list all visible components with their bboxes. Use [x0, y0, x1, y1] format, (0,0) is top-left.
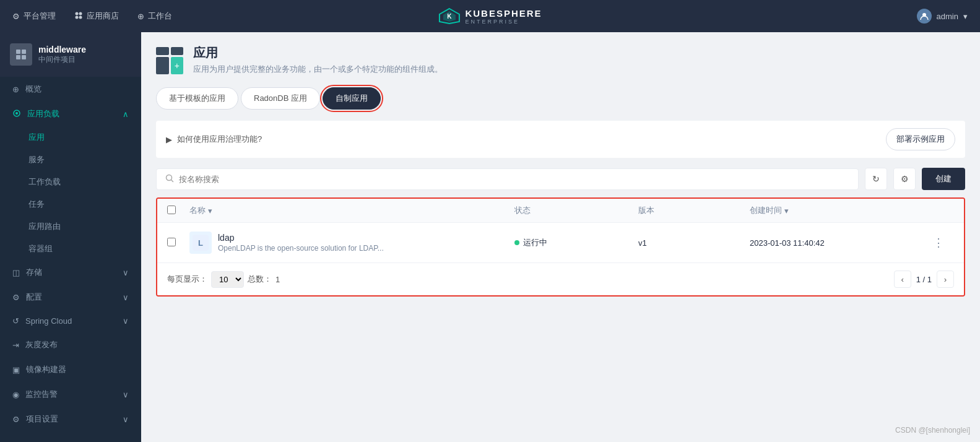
projectsettings-icon: ⚙: [12, 415, 20, 424]
page-size-select[interactable]: 10 20 50: [211, 271, 244, 288]
sort-time-icon[interactable]: ▾: [784, 206, 789, 215]
monitoring-icon: ◉: [12, 390, 19, 399]
col-status-header: 状态: [514, 205, 638, 216]
col-status-cell: 运行中: [514, 237, 638, 248]
appworkload-icon: [12, 109, 21, 119]
page-title: 应用: [193, 45, 443, 61]
refresh-icon: ↻: [872, 174, 880, 184]
hint-text: 如何使用应用治理功能?: [177, 134, 262, 145]
svg-text:K: K: [447, 13, 452, 20]
top-nav: ⚙ 平台管理 应用商店 ⊕ 工作台 K KUBESPH: [0, 0, 980, 32]
sidebar-item-springcloud[interactable]: ↺ Spring Cloud ∨: [0, 310, 141, 332]
chevron-right-icon: ∨: [123, 268, 129, 277]
gear-icon: ⚙: [12, 12, 20, 21]
logo: K KUBESPHERE ENTERPRISE: [438, 7, 542, 25]
svg-rect-8: [16, 50, 20, 54]
page-subtitle: 应用为用户提供完整的业务功能，由一个或多个特定功能的组件组成。: [193, 64, 443, 75]
sidebar-sub-approutes[interactable]: 应用路由: [0, 215, 141, 238]
tab-radondb[interactable]: RadonDB 应用: [241, 87, 320, 110]
sidebar-item-imagebuilder[interactable]: ▣ 镜像构建器: [0, 357, 141, 382]
tabs-bar: 基于模板的应用 RadonDB 应用 自制应用: [156, 87, 965, 110]
chevron-down-icon: ▾: [963, 12, 968, 21]
page-header-icon: +: [156, 47, 183, 74]
data-table: 名称 ▾ 状态 版本 创建时间 ▾: [156, 197, 965, 297]
hint-bar: ▶ 如何使用应用治理功能? 部署示例应用: [156, 121, 965, 158]
appstore-icon: [74, 11, 83, 22]
chevron-right-icon-4: ∨: [123, 390, 129, 399]
toolbar: ↻ ⚙ 创建: [156, 168, 965, 190]
app-icon: L: [189, 232, 212, 254]
sidebar-item-overview[interactable]: ⊕ 概览: [0, 77, 141, 102]
imagebuilder-icon: ▣: [12, 365, 20, 375]
table-row: L ldap OpenLDAP is the open-source solut…: [157, 223, 964, 263]
page-size: 每页显示： 10 20 50 总数： 1: [167, 271, 280, 288]
deploy-example-button[interactable]: 部署示例应用: [886, 128, 955, 150]
nav-appstore[interactable]: 应用商店: [74, 11, 119, 22]
project-icon: [10, 43, 32, 66]
svg-point-13: [15, 112, 18, 115]
settings-button[interactable]: ⚙: [893, 168, 916, 190]
nav-platform[interactable]: ⚙ 平台管理: [12, 11, 56, 22]
search-box: [156, 168, 859, 190]
col-createtime-cell: 2023-01-03 11:40:42: [750, 238, 923, 248]
total-count: 1: [275, 275, 280, 284]
prev-page-button[interactable]: ‹: [894, 271, 911, 288]
chevron-right-icon-2: ∨: [123, 293, 129, 302]
page-info: 1 / 1: [916, 275, 932, 284]
tab-custom[interactable]: 自制应用: [323, 87, 381, 110]
project-info: middleware 中间件项目: [38, 45, 86, 65]
config-icon: ⚙: [12, 293, 20, 302]
tab-template[interactable]: 基于模板的应用: [156, 87, 238, 110]
search-input[interactable]: [179, 175, 849, 184]
sidebar-sub-services[interactable]: 服务: [0, 149, 141, 171]
app-info: ldap OpenLDAP is the open-source solutio…: [218, 233, 384, 253]
watermark: CSDN @[shenhonglei]: [895, 426, 970, 435]
col-name-cell: L ldap OpenLDAP is the open-source solut…: [189, 232, 514, 254]
sidebar-group-header-appworkload[interactable]: 应用负载 ∧: [0, 102, 141, 126]
page-nav: ‹ 1 / 1 ›: [894, 271, 954, 288]
nav-workbench[interactable]: ⊕ 工作台: [137, 11, 172, 22]
refresh-button[interactable]: ↻: [865, 168, 887, 190]
layout: middleware 中间件项目 ⊕ 概览 应用负载 ∧ 应用 服务 工作负载 …: [0, 32, 980, 442]
create-button[interactable]: 创建: [922, 168, 965, 190]
graydeploy-icon: ⇥: [12, 340, 19, 350]
sidebar-item-storage[interactable]: ◫ 存储 ∨: [0, 260, 141, 285]
col-check: [167, 206, 189, 216]
svg-point-2: [76, 15, 79, 19]
sidebar-item-graydeploy[interactable]: ⇥ 灰度发布: [0, 332, 141, 357]
svg-rect-11: [22, 55, 26, 59]
select-all-checkbox[interactable]: [167, 206, 176, 214]
page-header-text: 应用 应用为用户提供完整的业务功能，由一个或多个特定功能的组件组成。: [193, 45, 443, 75]
chevron-right-icon-5: ∨: [123, 415, 129, 424]
row-more-button[interactable]: ⋮: [923, 236, 954, 249]
avatar: [917, 9, 932, 24]
sidebar-sub-containergroups[interactable]: 容器组: [0, 238, 141, 260]
search-icon: [165, 174, 174, 184]
user-menu[interactable]: admin ▾: [917, 9, 968, 24]
sidebar-sub-workloads[interactable]: 工作负载: [0, 171, 141, 193]
storage-icon: ◫: [12, 268, 20, 277]
chevron-right-icon-3: ∨: [123, 316, 129, 326]
svg-point-0: [76, 12, 79, 15]
row-check: [167, 238, 189, 248]
total-label: 总数：: [248, 274, 272, 285]
page-header: + 应用 应用为用户提供完整的业务功能，由一个或多个特定功能的组件组成。: [156, 45, 965, 75]
chevron-up-icon: ∧: [123, 110, 129, 119]
sort-icon[interactable]: ▾: [208, 206, 212, 215]
svg-rect-9: [22, 50, 26, 54]
sidebar-sub-apps[interactable]: 应用: [0, 126, 141, 149]
sidebar-sub-jobs[interactable]: 任务: [0, 193, 141, 215]
col-version-cell: v1: [638, 238, 750, 248]
sidebar-item-projectsettings[interactable]: ⚙ 项目设置 ∨: [0, 407, 141, 431]
next-page-button[interactable]: ›: [937, 271, 954, 288]
workbench-icon: ⊕: [137, 12, 144, 21]
col-name-header: 名称 ▾: [189, 205, 514, 216]
sidebar-item-monitoring[interactable]: ◉ 监控告警 ∨: [0, 382, 141, 407]
row-checkbox[interactable]: [167, 238, 176, 246]
sidebar: middleware 中间件项目 ⊕ 概览 应用负载 ∧ 应用 服务 工作负载 …: [0, 32, 141, 442]
sidebar-item-config[interactable]: ⚙ 配置 ∨: [0, 285, 141, 310]
col-version-header: 版本: [638, 205, 750, 216]
col-createtime-header: 创建时间 ▾: [750, 205, 923, 216]
springcloud-icon: ↺: [12, 316, 19, 326]
chevron-right-hint-icon: ▶: [166, 135, 172, 144]
